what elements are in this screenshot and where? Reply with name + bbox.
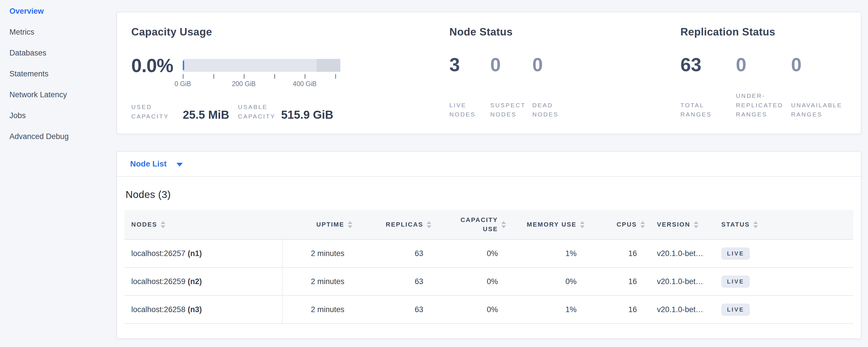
chevron-down-icon xyxy=(177,163,183,166)
status-badge: LIVE xyxy=(721,248,750,260)
under-replicated-count: 0 xyxy=(736,55,791,74)
capacity-bar: 0 GiB 200 GiB 400 GiB xyxy=(183,59,340,72)
memory-use-cell: 1% xyxy=(508,240,586,267)
node-status-title: Node Status xyxy=(449,26,680,38)
under-replicated-ranges-stat: 0 UNDER- REPLICATED RANGES xyxy=(736,55,791,119)
capacity-bar-track xyxy=(183,59,340,72)
cpus-cell: 16 xyxy=(586,240,647,267)
node-address-cell[interactable]: localhost:26259 (n2) xyxy=(124,268,283,295)
total-ranges-label: TOTAL RANGES xyxy=(680,101,736,119)
uptime-cell: 2 minutes xyxy=(283,240,354,267)
sort-icon xyxy=(640,221,645,228)
capacity-bar-used-segment xyxy=(183,61,184,70)
cluster-summary-card: Capacity Usage 0.0% xyxy=(116,12,861,134)
capacity-gauge-row: 0.0% xyxy=(131,56,449,75)
replication-status-title: Replication Status xyxy=(680,26,848,38)
main-content: Capacity Usage 0.0% xyxy=(116,12,861,339)
status-badge: LIVE xyxy=(721,304,750,316)
axis-label-200gib: 200 GiB xyxy=(232,80,256,88)
suspect-nodes-count: 0 xyxy=(490,55,532,74)
unavailable-count: 0 xyxy=(791,55,848,74)
replicas-cell: 63 xyxy=(354,296,433,323)
sidebar-item-advanced-debug[interactable]: Advanced Debug xyxy=(9,129,109,144)
cpus-cell: 16 xyxy=(586,296,647,323)
version-cell: v20.1.0-bet… xyxy=(647,268,713,295)
replication-status-section: Replication Status 63 TOTAL RANGES 0 UND… xyxy=(680,26,848,119)
capacity-stats-row: USED CAPACITY 25.5 MiB USABLE CAPACITY 5… xyxy=(131,102,449,121)
capacity-use-cell: 0% xyxy=(433,240,508,267)
sort-icon xyxy=(161,221,165,228)
version-cell: v20.1.0-bet… xyxy=(647,296,713,323)
node-address-cell[interactable]: localhost:26257 (n1) xyxy=(124,240,283,267)
sort-icon xyxy=(694,221,699,228)
total-ranges-stat: 63 TOTAL RANGES xyxy=(680,55,736,119)
memory-use-cell: 0% xyxy=(508,268,586,295)
capacity-use-cell: 0% xyxy=(433,268,508,295)
sidebar-nav: Overview Metrics Databases Statements Ne… xyxy=(0,0,109,150)
total-ranges-count: 63 xyxy=(680,55,736,74)
memory-use-cell: 1% xyxy=(508,296,586,323)
replicas-cell: 63 xyxy=(354,268,433,295)
node-status-stats: 3 LIVE NODES 0 SUSPECT NODES xyxy=(449,55,680,119)
node-list-dropdown[interactable]: Node List xyxy=(117,152,861,177)
sidebar-item-statements[interactable]: Statements xyxy=(9,67,109,81)
unavailable-label: UNAVAILABLE RANGES xyxy=(791,101,848,119)
dead-nodes-stat: 0 DEAD NODES xyxy=(532,55,564,119)
capacity-used-percent: 0.0% xyxy=(131,55,183,76)
node-list-dropdown-label: Node List xyxy=(130,159,167,168)
sidebar-item-jobs[interactable]: Jobs xyxy=(9,108,109,123)
column-header-status[interactable]: STATUS xyxy=(713,210,854,239)
table-row-node-3[interactable]: localhost:26258 (n3) 2 minutes 63 0% 1% … xyxy=(124,296,854,324)
dead-nodes-label: DEAD NODES xyxy=(532,101,564,119)
nodes-table-section: Nodes (3) NODES UPTIME REPLICAS xyxy=(117,177,861,337)
sidebar-item-network-latency[interactable]: Network Latency xyxy=(9,88,109,102)
uptime-cell: 2 minutes xyxy=(283,296,354,323)
uptime-cell: 2 minutes xyxy=(283,268,354,295)
status-cell: LIVE xyxy=(713,296,854,323)
table-row-node-1[interactable]: localhost:26257 (n1) 2 minutes 63 0% 1% … xyxy=(124,240,854,268)
column-header-replicas[interactable]: REPLICAS xyxy=(354,210,433,239)
column-header-uptime[interactable]: UPTIME xyxy=(283,210,354,239)
used-capacity-value: 25.5 MiB xyxy=(183,108,238,121)
usable-capacity-label: USABLE CAPACITY xyxy=(238,102,281,121)
status-cell: LIVE xyxy=(713,240,854,267)
suspect-nodes-stat: 0 SUSPECT NODES xyxy=(490,55,532,119)
suspect-nodes-label: SUSPECT NODES xyxy=(490,101,532,119)
under-replicated-label: UNDER- REPLICATED RANGES xyxy=(736,91,791,119)
status-cell: LIVE xyxy=(713,268,854,295)
unavailable-ranges-stat: 0 UNAVAILABLE RANGES xyxy=(791,55,848,119)
table-row-node-2[interactable]: localhost:26259 (n2) 2 minutes 63 0% 0% … xyxy=(124,268,854,296)
live-nodes-label: LIVE NODES xyxy=(449,101,490,119)
capacity-usage-title: Capacity Usage xyxy=(131,26,449,38)
version-cell: v20.1.0-bet… xyxy=(647,240,713,267)
cpus-cell: 16 xyxy=(586,268,647,295)
sidebar-item-databases[interactable]: Databases xyxy=(9,46,109,60)
dead-nodes-count: 0 xyxy=(532,55,564,74)
sort-icon xyxy=(501,221,506,228)
nodes-table-header: NODES UPTIME REPLICAS CAPACITY xyxy=(124,210,854,240)
capacity-axis-ticks xyxy=(183,74,335,79)
column-header-version[interactable]: VERSION xyxy=(647,210,713,239)
column-header-memory-use[interactable]: MEMORY USE xyxy=(508,210,586,239)
sidebar-item-overview[interactable]: Overview xyxy=(9,4,109,18)
sidebar-item-metrics[interactable]: Metrics xyxy=(9,25,109,39)
cluster-overview-page: Overview Metrics Databases Statements Ne… xyxy=(0,0,868,347)
sort-icon xyxy=(580,221,585,228)
column-header-capacity-use[interactable]: CAPACITY USE xyxy=(433,210,508,239)
usable-capacity-value: 515.9 GiB xyxy=(281,108,333,121)
replicas-cell: 63 xyxy=(354,240,433,267)
live-nodes-count: 3 xyxy=(449,55,490,74)
status-badge: LIVE xyxy=(721,276,750,288)
node-address-cell[interactable]: localhost:26258 (n3) xyxy=(124,296,283,323)
live-nodes-stat: 3 LIVE NODES xyxy=(449,55,490,119)
nodes-table-title: Nodes (3) xyxy=(126,189,854,200)
capacity-usage-section: Capacity Usage 0.0% xyxy=(131,26,449,119)
node-status-section: Node Status 3 LIVE NODES 0 SUSPECT NODE xyxy=(449,26,680,119)
capacity-bar-reserved-segment xyxy=(317,59,340,72)
sort-icon xyxy=(427,221,431,228)
axis-label-400gib: 400 GiB xyxy=(293,80,317,88)
column-header-nodes[interactable]: NODES xyxy=(124,210,283,239)
used-capacity-label: USED CAPACITY xyxy=(131,102,183,121)
capacity-use-cell: 0% xyxy=(433,296,508,323)
column-header-cpus[interactable]: CPUS xyxy=(586,210,647,239)
